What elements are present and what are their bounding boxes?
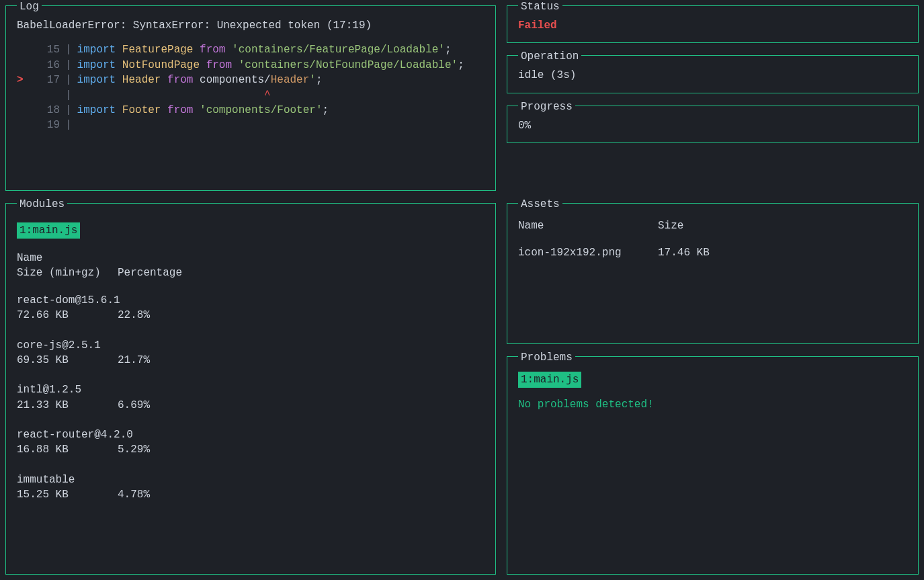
modules-chip[interactable]: 1:main.js	[17, 222, 80, 239]
gutter-separator: |	[65, 42, 72, 57]
problems-panel: Problems 1:main.js No problems detected!	[507, 356, 919, 575]
caret-icon: ^	[77, 88, 271, 103]
line-number: 15	[30, 42, 60, 57]
problems-chip[interactable]: 1:main.js	[518, 372, 581, 388]
assets-panel: Assets Name Size icon-192x192.png17.46 K…	[507, 203, 919, 344]
error-marker-icon: >	[17, 73, 30, 87]
module-row: intl@1.2.521.33 KB6.69%	[17, 382, 485, 413]
module-name: intl@1.2.5	[17, 382, 485, 397]
asset-row: icon-192x192.png17.46 KB	[518, 245, 907, 260]
problems-panel-title: Problems	[518, 350, 575, 365]
module-size: 72.66 KB	[17, 308, 118, 323]
log-error-message: BabelLoaderError: SyntaxError: Unexpecte…	[17, 18, 485, 33]
assets-header-name: Name	[518, 218, 658, 233]
module-size: 16.88 KB	[17, 442, 118, 457]
code-content: import FeaturePage from 'containers/Feat…	[77, 42, 452, 57]
modules-header-name: Name	[17, 251, 485, 265]
module-percentage: 21.7%	[118, 353, 150, 368]
modules-panel-title: Modules	[17, 197, 67, 212]
module-percentage: 5.29%	[118, 442, 150, 457]
code-content: import Header from components/Header';	[77, 73, 323, 87]
module-percentage: 6.69%	[118, 398, 150, 413]
operation-value: idle (3s)	[518, 68, 907, 83]
assets-panel-title: Assets	[518, 197, 562, 212]
log-panel-title: Log	[17, 0, 42, 14]
status-value: Failed	[518, 18, 907, 33]
asset-size: 17.46 KB	[658, 245, 710, 260]
code-line: >17|import Header from components/Header…	[17, 73, 485, 87]
code-line: 18|import Footer from 'components/Footer…	[17, 103, 485, 118]
module-percentage: 22.8%	[118, 308, 150, 323]
gutter-separator: |	[65, 58, 72, 73]
operation-panel: Operation idle (3s)	[507, 55, 919, 93]
module-name: core-js@2.5.1	[17, 338, 485, 353]
gutter-separator: |	[65, 118, 72, 132]
line-number: 17	[30, 73, 60, 87]
module-size: 69.35 KB	[17, 353, 118, 368]
problems-message: No problems detected!	[518, 397, 907, 412]
line-number: 19	[30, 118, 60, 132]
operation-panel-title: Operation	[518, 49, 581, 64]
caret-line: | ^	[17, 88, 485, 103]
module-size: 21.33 KB	[17, 398, 118, 413]
modules-header-size: Size (min+gz)	[17, 265, 118, 280]
module-size: 15.25 KB	[17, 487, 118, 502]
code-content: import NotFoundPage from 'containers/Not…	[77, 58, 464, 73]
modules-header-pct: Percentage	[118, 265, 182, 280]
module-name: react-dom@15.6.1	[17, 293, 485, 308]
gutter-separator: |	[65, 103, 72, 118]
code-line: 16|import NotFoundPage from 'containers/…	[17, 58, 485, 73]
module-row: react-dom@15.6.172.66 KB22.8%	[17, 293, 485, 323]
module-row: core-js@2.5.169.35 KB21.7%	[17, 338, 485, 368]
module-row: immutable15.25 KB4.78%	[17, 472, 485, 503]
module-name: immutable	[17, 472, 485, 487]
status-panel-title: Status	[518, 0, 562, 14]
progress-panel-title: Progress	[518, 99, 575, 114]
line-number: 18	[30, 103, 60, 118]
status-panel: Status Failed	[507, 5, 919, 43]
code-content: import Footer from 'components/Footer';	[77, 103, 329, 118]
progress-value: 0%	[518, 118, 907, 133]
modules-panel: Modules 1:main.js Name Size (min+gz) Per…	[5, 203, 496, 575]
module-percentage: 4.78%	[118, 487, 150, 502]
log-panel: Log BabelLoaderError: SyntaxError: Unexp…	[5, 5, 496, 191]
code-line: 19|	[17, 118, 485, 132]
module-name: react-router@4.2.0	[17, 427, 485, 442]
progress-panel: Progress 0%	[507, 106, 919, 143]
code-block: 15|import FeaturePage from 'containers/F…	[17, 42, 485, 132]
code-line: 15|import FeaturePage from 'containers/F…	[17, 42, 485, 57]
asset-name: icon-192x192.png	[518, 245, 658, 260]
line-number: 16	[30, 58, 60, 73]
gutter-separator: |	[65, 73, 72, 87]
module-row: react-router@4.2.016.88 KB5.29%	[17, 427, 485, 458]
assets-header-size: Size	[658, 218, 683, 233]
